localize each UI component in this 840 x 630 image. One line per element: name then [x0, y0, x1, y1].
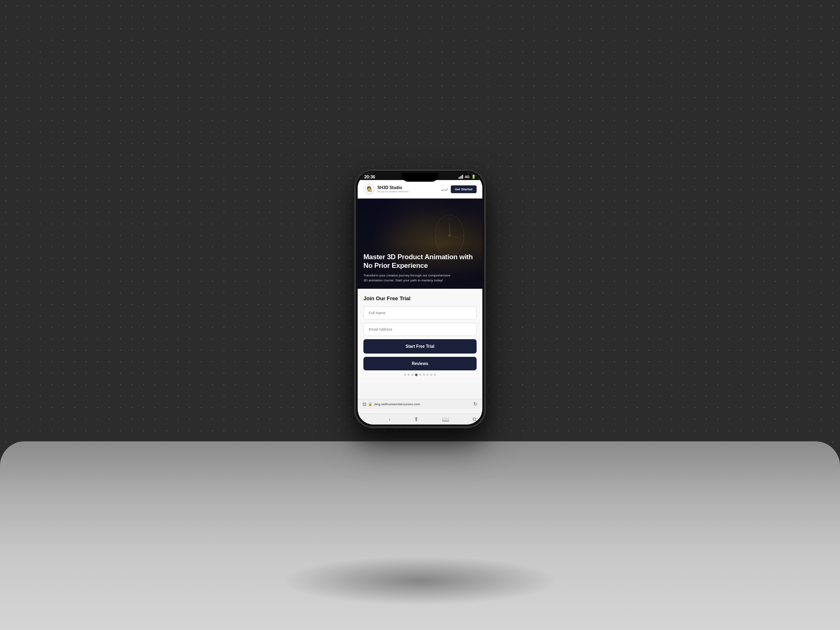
- site-header: 🧑‍🎨 SH3D Studio We put our students need…: [358, 180, 482, 199]
- dot-4-active: [415, 374, 418, 376]
- pagination-dots: [363, 374, 477, 376]
- status-bar: 20:36 4G 🔋: [358, 173, 482, 180]
- dot-8: [430, 374, 432, 376]
- phone-frame: 20:36 4G 🔋 🧑‍🎨: [354, 169, 486, 428]
- logo-area: 🧑‍🎨 SH3D Studio We put our students need…: [363, 183, 409, 195]
- phone-mockup: 20:36 4G 🔋 🧑‍🎨: [354, 169, 486, 428]
- status-time: 20:36: [364, 174, 375, 179]
- dot-1: [404, 374, 406, 376]
- hero-text: Master 3D Product Animation with No Prio…: [363, 253, 477, 283]
- hero-subtitle: Transform your creative journey through …: [363, 273, 454, 283]
- dot-2: [408, 374, 410, 376]
- battery-icon: 🔋: [471, 175, 476, 179]
- url-text: ding.seifhussam3dcourses.com: [374, 402, 420, 406]
- reader-icon: ⊡: [363, 402, 366, 407]
- signal-bars: [459, 175, 463, 179]
- url-display-bar: ⊡ 🔒 ding.seifhussam3dcourses.com ↻: [358, 399, 482, 409]
- logo-avatar: 🧑‍🎨: [366, 186, 372, 192]
- logo-icon: 🧑‍🎨: [363, 183, 375, 195]
- url-display-inner: ⊡ 🔒 ding.seifhussam3dcourses.com: [363, 402, 420, 407]
- screen-content: 🧑‍🎨 SH3D Studio We put our students need…: [358, 180, 482, 411]
- reviews-button[interactable]: Reviews: [363, 357, 477, 370]
- form-section: Join Our Free Trial Start Free Trial Rev…: [358, 289, 482, 383]
- dot-9: [434, 374, 436, 376]
- hero-title: Master 3D Product Animation with No Prio…: [363, 253, 477, 270]
- hero-section: Master 3D Product Animation with No Prio…: [358, 199, 482, 289]
- refresh-icon[interactable]: ↻: [473, 401, 477, 407]
- dot-7: [427, 374, 429, 376]
- dot-3: [411, 374, 413, 376]
- language-button[interactable]: عربي: [441, 187, 448, 191]
- header-actions: عربي Get Started: [441, 185, 477, 193]
- dot-6: [423, 374, 425, 376]
- desk-shadow: [281, 556, 559, 605]
- phone-screen: 20:36 4G 🔋 🧑‍🎨: [358, 173, 482, 425]
- lock-icon: 🔒: [368, 402, 372, 406]
- form-title: Join Our Free Trial: [363, 295, 477, 301]
- logo-title: SH3D Studio: [377, 185, 409, 190]
- start-free-trial-button[interactable]: Start Free Trial: [363, 339, 477, 354]
- logo-subtitle: We put our students needs first: [377, 190, 409, 193]
- dot-5: [419, 374, 421, 376]
- network-badge: 4G: [465, 175, 470, 179]
- status-icons: 4G 🔋: [459, 175, 476, 179]
- notch: [402, 173, 438, 182]
- full-name-input[interactable]: [363, 306, 477, 320]
- email-input[interactable]: [363, 323, 477, 336]
- logo-text-block: SH3D Studio We put our students needs fi…: [377, 185, 409, 193]
- get-started-button[interactable]: Get Started: [451, 185, 477, 193]
